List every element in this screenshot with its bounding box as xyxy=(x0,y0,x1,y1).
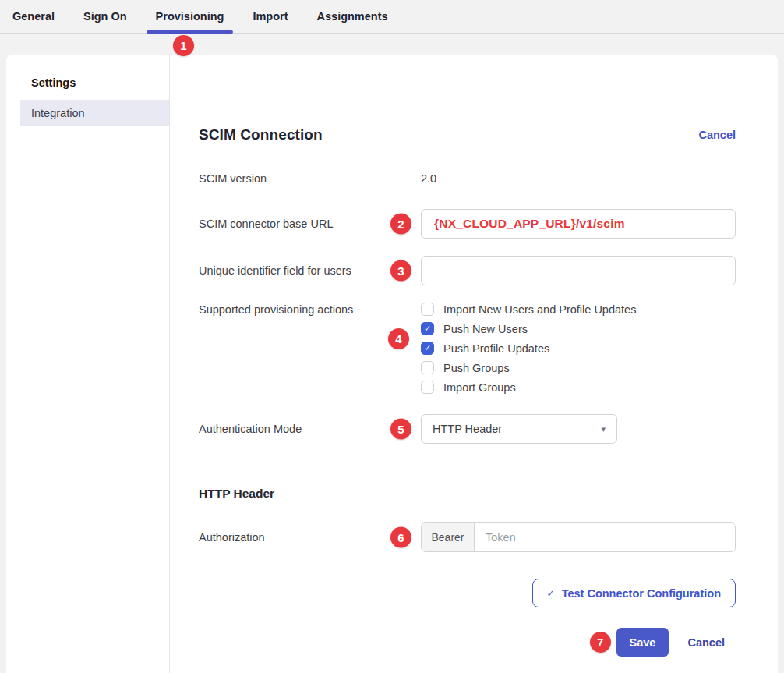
auth-mode-select[interactable]: HTTP Header ▾ xyxy=(421,414,617,444)
sidebar-header-settings: Settings xyxy=(6,76,169,89)
checkbox-push-new-users[interactable]: Push New Users xyxy=(421,322,736,335)
settings-sidebar: Settings Integration xyxy=(6,55,170,673)
scim-version-value: 2.0 xyxy=(421,172,436,185)
checkbox-box[interactable] xyxy=(421,342,434,355)
scim-version-label: SCIM version xyxy=(199,172,421,185)
scim-connection-panel: SCIM Connection Cancel SCIM version 2.0 … xyxy=(170,55,778,673)
step-badge-4: 4 xyxy=(388,328,409,349)
cancel-link-bottom[interactable]: Cancel xyxy=(687,636,725,649)
authorization-label: Authorization xyxy=(199,531,421,544)
checkbox-label: Push Profile Updates xyxy=(443,342,549,355)
section-divider xyxy=(199,466,736,466)
unique-identifier-input[interactable] xyxy=(421,256,736,285)
base-url-input[interactable] xyxy=(421,209,736,239)
test-connector-configuration-button[interactable]: ✓ Test Connector Configuration xyxy=(532,579,736,607)
test-connector-label: Test Connector Configuration xyxy=(562,587,721,600)
checkbox-push-groups[interactable]: Push Groups xyxy=(421,361,736,374)
http-header-section-title: HTTP Header xyxy=(199,487,736,501)
token-input[interactable] xyxy=(475,523,735,551)
checkbox-box[interactable] xyxy=(421,303,434,316)
checkbox-label: Import New Users and Profile Updates xyxy=(443,303,636,316)
settings-card: Settings Integration SCIM Connection Can… xyxy=(6,55,778,673)
field-authorization: Authorization 6 Bearer xyxy=(199,522,736,552)
step-badge-6: 6 xyxy=(390,527,411,548)
check-icon: ✓ xyxy=(547,588,555,599)
sidebar-item-integration[interactable]: Integration xyxy=(20,100,169,126)
checkbox-label: Import Groups xyxy=(443,381,516,394)
chevron-down-icon: ▾ xyxy=(601,424,606,434)
step-badge-2: 2 xyxy=(390,214,411,235)
field-provisioning-actions: Supported provisioning actions 4 Import … xyxy=(199,303,736,394)
field-auth-mode: Authentication Mode 5 HTTP Header ▾ xyxy=(199,414,736,444)
field-base-url: SCIM connector base URL 2 xyxy=(199,209,736,239)
step-badge-5: 5 xyxy=(390,419,411,440)
tab-provisioning[interactable]: Provisioning xyxy=(156,0,224,34)
provisioning-actions-label: Supported provisioning actions xyxy=(199,303,421,316)
checkbox-box[interactable] xyxy=(421,322,434,335)
step-badge-3: 3 xyxy=(390,260,411,282)
tab-general[interactable]: General xyxy=(12,0,55,34)
tab-assignments[interactable]: Assignments xyxy=(317,0,388,34)
checkbox-box[interactable] xyxy=(421,381,434,394)
tab-sign-on[interactable]: Sign On xyxy=(83,0,127,34)
save-button[interactable]: Save xyxy=(616,628,669,657)
tab-import[interactable]: Import xyxy=(253,0,288,34)
field-unique-identifier: Unique identifier field for users 3 xyxy=(199,256,736,285)
step-badge-1: 1 xyxy=(173,35,194,56)
checkbox-push-profile-updates[interactable]: Push Profile Updates xyxy=(421,342,736,355)
auth-mode-label: Authentication Mode xyxy=(199,423,421,435)
unique-identifier-label: Unique identifier field for users xyxy=(199,264,421,277)
checkbox-label: Push New Users xyxy=(443,323,528,335)
checkbox-label: Push Groups xyxy=(443,362,510,374)
auth-mode-selected-value: HTTP Header xyxy=(433,423,502,435)
bearer-prefix: Bearer xyxy=(422,523,475,551)
app-tab-bar: General Sign On Provisioning Import Assi… xyxy=(0,0,784,34)
field-scim-version: SCIM version 2.0 xyxy=(199,172,736,186)
provisioning-actions-list: 4 Import New Users and Profile Updates P… xyxy=(421,303,736,394)
step-badge-7: 7 xyxy=(590,632,611,653)
authorization-input-group: Bearer xyxy=(421,522,736,552)
page-title: SCIM Connection xyxy=(199,126,323,143)
checkbox-box[interactable] xyxy=(421,361,434,374)
checkbox-import-new-users-profile-updates[interactable]: Import New Users and Profile Updates xyxy=(421,303,736,316)
checkbox-import-groups[interactable]: Import Groups xyxy=(421,381,736,394)
base-url-label: SCIM connector base URL xyxy=(199,218,421,230)
cancel-link-top[interactable]: Cancel xyxy=(698,129,736,141)
